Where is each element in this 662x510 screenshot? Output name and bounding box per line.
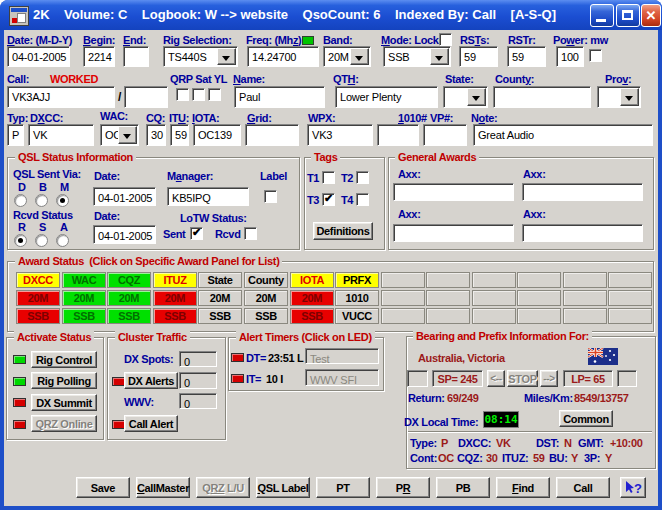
state-dropdown-arrow-icon[interactable] (467, 88, 486, 106)
award-cell[interactable] (563, 308, 607, 324)
t2-checkbox[interactable] (356, 171, 369, 184)
save-button[interactable]: Save (76, 477, 130, 498)
mode-lock-checkbox[interactable] (439, 33, 452, 46)
pr-button[interactable]: PR (376, 477, 430, 498)
award-cell[interactable]: SSB (16, 308, 60, 324)
minimize-button[interactable] (590, 4, 614, 27)
pt-button[interactable]: PT (316, 477, 370, 498)
dt-field[interactable]: Test (305, 348, 379, 364)
it-field[interactable]: WWV SFI (305, 369, 379, 386)
find-button[interactable]: Find (496, 477, 550, 498)
award-cell[interactable]: State (198, 272, 242, 288)
dx-alerts-button[interactable]: DX Alerts (124, 372, 178, 389)
common-button[interactable]: Common (559, 410, 613, 427)
name-input[interactable]: Paul (234, 86, 325, 108)
definitions-button[interactable]: Definitions (313, 222, 373, 240)
qth-input[interactable]: Lower Plenty (335, 86, 438, 108)
award-cell[interactable] (517, 308, 561, 324)
wac-dropdown[interactable]: OC (100, 124, 139, 146)
grid-input[interactable] (245, 124, 299, 146)
freq-input[interactable]: 14.24700 (247, 46, 319, 67)
cq-input[interactable]: 30 (146, 124, 166, 146)
iota-input[interactable]: OC139 (193, 124, 241, 146)
yl-checkbox[interactable] (208, 88, 221, 101)
sat-checkbox[interactable] (192, 88, 205, 101)
award-cell[interactable] (472, 272, 516, 288)
manager-input[interactable]: KB5IPQ (167, 187, 249, 206)
label-checkbox[interactable] (264, 190, 277, 203)
bearing-stop-button[interactable]: STOP (507, 370, 538, 387)
wac-dropdown-arrow-icon[interactable] (118, 126, 137, 144)
prov-dropdown[interactable] (597, 86, 641, 108)
dx-summit-led-icon[interactable] (13, 398, 26, 407)
award-cell[interactable]: SSB (290, 308, 334, 324)
call-input[interactable]: VK3AJJ (7, 86, 115, 108)
rsts-input[interactable]: 59 (459, 46, 498, 67)
dx-summit-button[interactable]: DX Summit (31, 394, 97, 411)
award-cell[interactable] (426, 272, 470, 288)
rig-polling-button[interactable]: Rig Polling (31, 372, 97, 389)
award-cell[interactable]: IOTA (290, 272, 334, 288)
award-cell[interactable]: 1010 (335, 290, 379, 306)
rig-control-button[interactable]: Rig Control (31, 351, 97, 368)
state-dropdown[interactable] (443, 86, 488, 108)
dt-led-icon[interactable] (231, 353, 244, 362)
award-cell[interactable] (563, 290, 607, 306)
award-cell[interactable]: 20M (198, 290, 242, 306)
dxcc-input[interactable]: VK (28, 124, 94, 146)
pb-button[interactable]: PB (436, 477, 490, 498)
award-cell[interactable]: SSB (244, 308, 288, 324)
award-cell[interactable]: SSB (153, 308, 197, 324)
call-suffix-input[interactable] (124, 86, 168, 108)
maximize-button[interactable] (616, 4, 640, 27)
qsl-a-radio[interactable] (56, 234, 69, 247)
award-cell[interactable]: SSB (107, 308, 151, 324)
award-cell[interactable] (381, 272, 425, 288)
itu-input[interactable]: 59 (170, 124, 189, 146)
begin-input[interactable]: 2214 (83, 46, 115, 67)
bearing-prev-button[interactable]: <-- (487, 370, 505, 387)
award-cell[interactable]: 20M (62, 290, 106, 306)
award-cell[interactable] (608, 290, 652, 306)
t4-checkbox[interactable] (356, 193, 369, 206)
it-led-icon[interactable] (231, 374, 244, 383)
mode-dropdown[interactable]: SSB (383, 46, 451, 67)
date-input[interactable]: 04-01-2005 (7, 46, 70, 67)
award-cell[interactable]: SSB (198, 308, 242, 324)
award-cell[interactable] (608, 308, 652, 324)
award-cell[interactable]: 20M (16, 290, 60, 306)
lotw-rcvd-checkbox[interactable] (244, 227, 257, 240)
rig-selection-dropdown[interactable]: TS440S (163, 46, 238, 67)
rig-control-led-icon[interactable] (13, 355, 26, 364)
lotw-sent-checkbox[interactable] (190, 227, 203, 240)
typ-input[interactable]: P (7, 124, 24, 146)
qrz-online-button[interactable]: QRZ Online (31, 415, 97, 432)
award-cell[interactable] (563, 272, 607, 288)
qsl-d-radio[interactable] (14, 194, 27, 207)
power-input[interactable]: 100 (556, 46, 584, 67)
qsl-date-input[interactable]: 04-01-2005 (93, 187, 156, 206)
award-cell[interactable]: 20M (244, 290, 288, 306)
award-cell[interactable] (517, 272, 561, 288)
award-cell[interactable] (381, 308, 425, 324)
wpx-input[interactable]: VK3 (307, 124, 373, 146)
t3-checkbox[interactable] (322, 193, 335, 206)
axx3-input[interactable] (393, 224, 514, 242)
award-cell[interactable]: County (244, 272, 288, 288)
award-cell[interactable]: WAC (62, 272, 106, 288)
qsl-m-radio[interactable] (56, 194, 69, 207)
prov-dropdown-arrow-icon[interactable] (620, 88, 639, 106)
qsl-r-radio[interactable] (14, 234, 27, 247)
vp-input[interactable] (423, 124, 467, 146)
qsl-label-button[interactable]: QSL Label (256, 477, 310, 498)
mode-dropdown-arrow-icon[interactable] (430, 48, 449, 65)
bearing-next-button[interactable]: --> (540, 370, 558, 387)
call-alert-button[interactable]: Call Alert (124, 415, 178, 432)
rig-polling-led-icon[interactable] (13, 377, 26, 386)
qrp-checkbox[interactable] (176, 88, 189, 101)
award-cell[interactable]: 20M (107, 290, 151, 306)
award-cell[interactable] (517, 290, 561, 306)
qsl-b-radio[interactable] (35, 194, 48, 207)
rcvd-date-input[interactable]: 04-01-2005 (93, 225, 156, 244)
award-cell[interactable]: DXCC (16, 272, 60, 288)
